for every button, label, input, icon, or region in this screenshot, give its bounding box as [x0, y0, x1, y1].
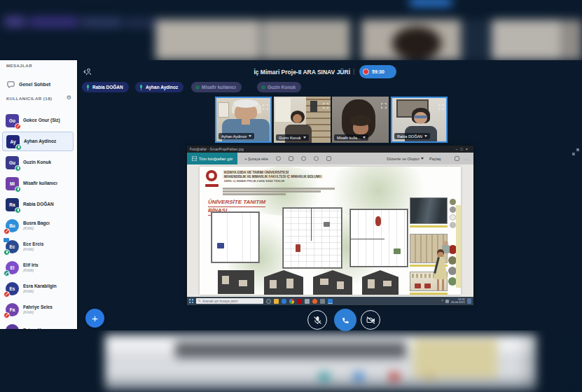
active-mic-icon [4, 249, 10, 255]
user-list-item[interactable]: Bu Busra Bagcı(Kilitli) [2, 216, 74, 235]
maximize-button[interactable]: □ [460, 147, 465, 151]
muted-mic-icon [15, 123, 21, 130]
mail-icon[interactable] [305, 299, 310, 304]
user-list-item[interactable]: Go Gokce Onur (Siz) [2, 111, 74, 130]
logo-banner [205, 184, 219, 187]
board-course-name: DERS: İÇ MİMARİ PROJE-II ARA SINAV TESLİ… [223, 180, 286, 183]
taskbar-search-input[interactable]: Aramak için buraya yazın [196, 298, 263, 304]
favorite-icon[interactable] [301, 156, 306, 161]
architecture-presentation-board: KONYA GIDA VE TARIM ÜNİVERSİTESİ MÜHENDİ… [200, 167, 461, 295]
floor-plan-1 [211, 211, 260, 263]
recording-timer: 59:30 [372, 69, 384, 74]
close-button[interactable]: × [466, 147, 471, 151]
floor-plan-2 [282, 207, 342, 269]
video-name-label[interactable]: Misafir kulla... [334, 134, 368, 141]
palette-dot [450, 222, 456, 228]
video-name-label[interactable]: Guzin Konuk [276, 134, 309, 141]
share-button[interactable]: Paylaş [429, 157, 441, 161]
avatar: Ay [6, 135, 20, 148]
more-options-button[interactable]: … [465, 157, 469, 161]
video-thumbnail[interactable]: Guzin Konuk [274, 97, 331, 143]
hide-userlist-icon[interactable] [83, 66, 92, 79]
firefox-icon[interactable] [312, 299, 317, 304]
expand-presentation-icon[interactable] [572, 146, 579, 158]
sidebar-item-public-chat[interactable]: Genel Sohbet [3, 77, 73, 91]
fullscreen-icon[interactable] [323, 99, 328, 111]
avatar: Bu [6, 219, 19, 232]
video-thumbnail[interactable]: Misafir kulla... [332, 97, 389, 143]
avatar: Es [6, 282, 19, 295]
user-list-item[interactable]: Fa Fatma Karaca [2, 321, 74, 329]
chevron-down-icon [424, 135, 427, 137]
search-icon [198, 300, 201, 302]
tray-chevron-icon[interactable]: ^ [442, 299, 443, 303]
mute-toggle-button[interactable] [307, 310, 327, 330]
delete-icon[interactable] [289, 156, 293, 161]
file-explorer-icon[interactable] [274, 299, 279, 304]
muted-mic-icon [4, 312, 10, 318]
video-thumbnail[interactable]: Rabia DOĞAN [391, 97, 448, 143]
see-all-photos-button[interactable]: Tüm fotoğrafları gör [187, 153, 237, 164]
talker-pill[interactable]: Rabia DOĞAN [82, 82, 129, 92]
video-thumbnail[interactable]: Ayhan Aydinoz [215, 97, 272, 143]
chat-icon [7, 80, 15, 88]
university-logo [206, 170, 217, 181]
header-separator: | [353, 68, 354, 75]
system-tray[interactable]: ^ 19:3126.04.2021 [442, 298, 471, 304]
meeting-title: İç Mimari Proje-II ARA SINAV JÜRİ [182, 69, 350, 76]
messages-section-label: MESAJLAR [6, 64, 32, 68]
shared-screen-window[interactable]: Fotoğraflar - SınavProjePaftası.jpg – □ … [187, 146, 473, 305]
user-list-item[interactable]: El Elif Iris(Kilitli) [2, 258, 74, 277]
avatar: Go [6, 114, 19, 127]
print-icon[interactable] [455, 156, 459, 161]
talker-pill[interactable]: Guzin Konuk [257, 82, 301, 92]
photos-toolbar: Tüm fotoğrafları gör + Şuraya ekle Düzen… [187, 153, 473, 164]
user-list-item[interactable]: Gu Guzin Konuk [2, 153, 74, 172]
fullscreen-icon[interactable] [438, 100, 444, 113]
add-to-button[interactable]: + Şuraya ekle [244, 157, 268, 161]
sidebar: MESAJLAR Genel Sohbet KULLANICILAR (18) … [0, 60, 77, 329]
recording-indicator[interactable]: 59:30 [359, 65, 396, 78]
actions-plus-button[interactable]: + [85, 309, 104, 328]
avatar: Fa [6, 303, 19, 316]
volume-icon[interactable] [445, 300, 449, 303]
netflix-icon[interactable] [297, 299, 302, 304]
edit-create-button[interactable]: Düzenle ve Oluştur [387, 157, 424, 161]
mic-icon [261, 85, 265, 90]
muted-mic-icon [4, 228, 10, 234]
start-button-icon[interactable] [189, 299, 193, 303]
user-list-item[interactable]: Ra Rabia DOĞAN [2, 195, 74, 214]
board-text-line [223, 190, 321, 192]
user-list-item[interactable]: Ec Ece Ercis(Kilitli) [2, 237, 74, 256]
cortana-icon[interactable] [266, 299, 271, 304]
blurred-backdrop-top [0, 0, 582, 60]
photos-app-icon[interactable] [328, 299, 333, 304]
talker-pill[interactable]: Ayhan Aydinoz [135, 82, 183, 92]
video-name-label[interactable]: Rabia DOĞAN [394, 133, 430, 139]
minimize-button[interactable]: – [455, 147, 460, 151]
gear-icon[interactable]: ⚙ [67, 94, 71, 101]
avatar: Ec [6, 240, 19, 253]
webcam-toggle-button[interactable] [361, 310, 380, 330]
rotate-icon[interactable] [314, 156, 319, 161]
talker-pill[interactable]: Misafir kullanıcı [191, 82, 242, 92]
avatar: Fa [6, 324, 19, 330]
onedrive-icon[interactable] [282, 299, 286, 304]
fullscreen-icon[interactable] [263, 100, 268, 113]
blurred-backdrop-bottom [0, 330, 582, 392]
user-list-item[interactable]: Mi Misafir kullanıcı [2, 174, 74, 193]
user-list-item[interactable]: Ay Ayhan Aydinoz [2, 132, 74, 151]
building-section [218, 270, 254, 294]
chrome-icon[interactable] [289, 299, 294, 304]
user-list-item[interactable]: Es Esra Karabilgin(Kilitli) [2, 279, 74, 298]
leave-audio-button[interactable] [334, 309, 356, 331]
board-text-line [223, 193, 286, 195]
user-list-item[interactable]: Fa Fahriye Seles(Kilitli) [2, 300, 74, 319]
crop-icon[interactable] [326, 156, 331, 161]
notification-center-icon[interactable] [467, 298, 471, 304]
app-icon[interactable] [320, 299, 325, 304]
zoom-icon[interactable] [276, 156, 281, 161]
video-name-label[interactable]: Ayhan Aydinoz [219, 133, 254, 139]
fullscreen-icon[interactable] [381, 99, 387, 111]
chevron-down-icon [303, 136, 306, 139]
